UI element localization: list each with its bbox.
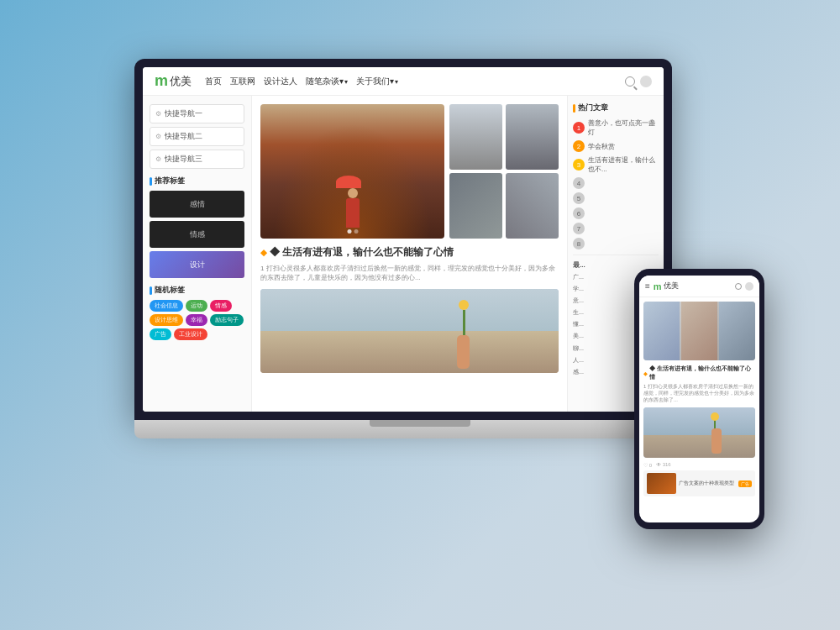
sidebar-nav-1[interactable]: 快捷导航一 [150,104,244,123]
nav-misc[interactable]: 随笔杂谈▾ [306,76,348,87]
small-img-3 [449,173,502,239]
flower-head [459,300,469,310]
nav-bar: 首页 互联网 设计达人 随笔杂谈▾ 关于我们▾ [205,76,625,87]
phone-bottom-thumbnail [647,473,676,494]
article2-image [260,289,559,373]
phone-screen: ≡ m 优美 ◆ 生活有进有退，输什么也不能输了心情 [639,276,759,522]
rtag-emotion[interactable]: 情感 [210,300,232,312]
hot-num-3: 3 [573,159,585,171]
monk-head [348,188,358,198]
site-header: m 优美 首页 互联网 设计达人 随笔杂谈▾ 关于我们▾ [143,67,664,96]
hot-item-7[interactable]: 7 [573,223,659,234]
phone-bottom-text: 广告文案的十种表现类型 [679,480,736,487]
phone-stats: ♡ 0 👁 316 [643,462,755,468]
nav-home[interactable]: 首页 [205,76,222,87]
phone-grid-1 [643,302,680,360]
phone-search-icon[interactable] [735,283,742,290]
rtag-happy[interactable]: 幸福 [186,314,207,326]
divider [573,255,659,255]
search-icon[interactable] [625,76,635,87]
phone-article1-title: ◆ 生活有进有退，输什么也不能输了心情 [643,365,755,381]
carousel-dot-2[interactable] [354,229,358,234]
hot-label-1: 善意小，也可点亮一盏灯 [588,118,659,137]
header-right [625,76,652,87]
hot-label-2: 学会秋赏 [588,142,615,151]
logo-text: 优美 [170,74,192,89]
hot-articles-title: 热门文章 [573,102,659,113]
tag-card-design[interactable]: 设计 [150,251,244,278]
laptop: m 优美 首页 互联网 设计达人 随笔杂谈▾ 关于我们▾ [134,59,706,546]
carousel-dot-1[interactable] [347,229,351,234]
recommended-tags-title: 推荐标签 [150,176,244,186]
tag-card-emotion1[interactable]: 感情 [150,191,244,218]
avatar[interactable] [640,76,652,87]
laptop-screen: m 优美 首页 互联网 设计达人 随笔杂谈▾ 关于我们▾ [134,59,672,420]
phone-ground [643,435,755,458]
phone-hand [711,428,722,454]
phone-site-name: 优美 [664,281,735,291]
phone-hero-image [643,302,755,360]
hero-large-image [260,104,444,239]
hero-section [260,104,559,239]
ground-bg [260,331,559,373]
small-img-2 [506,104,559,170]
phone-avatar[interactable] [745,282,753,291]
likes-stat: ♡ 0 [643,462,652,468]
phone-logo: m [654,281,662,291]
website: m 优美 首页 互联网 设计达人 随笔杂谈▾ 关于我们▾ [143,67,664,412]
hot-label-3: 生活有进有退，输什么也不... [588,155,659,174]
hand [457,335,470,369]
laptop-base [134,420,706,438]
rtag-design-thinking[interactable]: 设计思维 [150,314,183,326]
umbrella [336,176,361,188]
rtag-motivational[interactable]: 励志句子 [210,314,244,326]
hot-num-6: 6 [573,207,585,219]
hot-num-4: 4 [573,177,585,189]
phone-ad-label: 广告 [738,480,752,487]
hot-item-2[interactable]: 2 学会秋赏 [573,140,659,152]
tag-card-emotion2[interactable]: 情感 [150,221,244,248]
monk-figure [344,188,361,230]
hot-item-4[interactable]: 4 [573,177,659,189]
sidebar-nav-3[interactable]: 快捷导航三 [150,150,244,169]
phone-bottom-card[interactable]: 广告文案的十种表现类型 广告 [643,470,755,496]
rtag-ad[interactable]: 广告 [150,328,171,340]
hot-item-3[interactable]: 3 生活有进有退，输什么也不... [573,155,659,174]
hot-item-8[interactable]: 8 [573,238,659,249]
rtag-industrial-design[interactable]: 工业设计 [174,328,207,340]
phone-menu-icon[interactable]: ≡ [645,281,650,291]
small-img-1 [449,104,502,170]
site-body: 快捷导航一 快捷导航二 快捷导航三 推荐标签 感情 情感 [143,96,664,412]
article1-excerpt: 1 打扫心灵很多人都喜欢房子清扫过后换然一新的感觉，同样，理完发的感觉也十分美好… [260,264,559,282]
small-img-4 [506,173,559,239]
views-stat: 👁 316 [656,462,671,468]
flower-stem [463,310,465,335]
hot-item-5[interactable]: 5 [573,192,659,204]
hot-item-6[interactable]: 6 [573,207,659,219]
phone-sky [643,407,755,438]
hero-small-grid [449,104,559,239]
random-tags-title: 随机标签 [150,285,244,296]
article1-title: ◆ 生活有进有退，输什么也不能输了心情 [260,245,559,260]
phone-article1-excerpt: 1 打扫心灵很多人都喜欢房子清扫过后换然一新的感觉，同样，理完发的感觉也十分美好… [643,384,755,403]
nav-internet[interactable]: 互联网 [230,76,255,87]
left-sidebar: 快捷导航一 快捷导航二 快捷导航三 推荐标签 感情 情感 [143,96,252,412]
random-tags-container: 社会信息 运动 情感 设计思维 幸福 励志句子 广告 工业设计 [150,300,244,340]
main-content: ◆ 生活有进有退，输什么也不能输了心情 1 打扫心灵很多人都喜欢房子清扫过后换然… [252,96,567,412]
phone: ≡ m 优美 ◆ 生活有进有退，输什么也不能输了心情 [634,269,764,529]
nav-design[interactable]: 设计达人 [264,76,297,87]
hot-num-7: 7 [573,223,585,234]
hot-num-8: 8 [573,238,585,249]
sidebar-nav-2[interactable]: 快捷导航二 [150,127,244,146]
phone-grid-3 [719,302,755,360]
monk-body [346,198,360,228]
nav-about[interactable]: 关于我们▾ [356,76,398,87]
phone-article2-image [643,407,755,458]
hot-item-1[interactable]: 1 善意小，也可点亮一盏灯 [573,118,659,137]
phone-header: ≡ m 优美 [639,276,759,297]
hot-num-1: 1 [573,122,585,134]
logo-icon: m [155,72,168,90]
hot-num-2: 2 [573,140,585,152]
rtag-sport[interactable]: 运动 [186,300,207,312]
rtag-social[interactable]: 社会信息 [150,300,183,312]
